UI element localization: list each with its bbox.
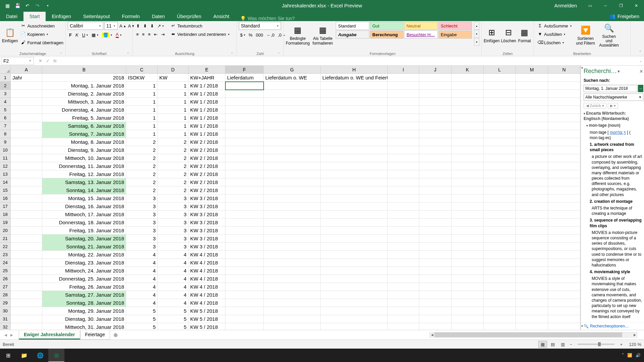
cell[interactable] [516,210,548,219]
cell[interactable] [225,186,264,194]
row-header[interactable]: 17 [0,202,11,210]
cell[interactable] [516,74,548,82]
cell[interactable] [388,275,419,283]
conditional-format-button[interactable]: ▦Bedingte Formatierung [286,22,310,49]
cell[interactable]: 4 [158,275,189,283]
cell[interactable]: 1 [126,106,158,114]
research-dict-header[interactable]: Encarta Wörterbuch: Englisch (Nordamerik… [584,110,643,122]
cell[interactable]: 5 [126,323,158,330]
cell[interactable]: Sonntag, 28. Januar 2018 [42,299,126,307]
cell[interactable] [11,315,42,323]
cell[interactable] [11,202,42,210]
align-middle-button[interactable]: ⬍ [142,22,148,30]
cell[interactable] [321,283,388,291]
cell[interactable] [388,162,419,170]
research-search-input[interactable] [584,85,637,92]
thousands-format-button[interactable]: 000 [255,31,265,39]
autosum-button[interactable]: ΣAutoSumme▾ [536,22,573,30]
cell[interactable] [225,138,264,146]
sheet-tab[interactable]: Feiertage [80,330,110,340]
expand-formula-bar[interactable]: ⌄ [637,59,644,63]
cell[interactable] [264,146,321,154]
cell[interactable] [225,90,264,98]
cell-style-standard[interactable]: Standard [336,22,369,30]
cell[interactable]: Freitag, 5. Januar 2018 [42,114,126,122]
row-header[interactable]: 1 [0,74,11,82]
cell[interactable] [516,243,548,251]
format-cells-button[interactable]: ▦Format [518,22,532,49]
cell[interactable]: 2 [126,170,158,178]
cell[interactable] [264,162,321,170]
cell[interactable]: 4 [158,251,189,259]
cell[interactable] [548,235,580,243]
cell[interactable] [548,267,580,275]
cell[interactable] [225,291,264,299]
cell[interactable]: Donnerstag, 4. Januar 2018 [42,106,126,114]
cell[interactable] [225,283,264,291]
cell[interactable] [419,186,451,194]
column-header-G[interactable]: G [264,66,321,74]
cell[interactable] [264,299,321,307]
ribbon-tab-ansicht[interactable]: Ansicht [207,12,235,21]
cell[interactable] [264,251,321,259]
style-gallery-more[interactable]: ▾ [474,38,479,46]
cell[interactable]: Samstag, 27. Januar 2018 [42,291,126,299]
cell[interactable] [264,170,321,178]
cell[interactable] [516,299,548,307]
cell[interactable] [419,90,451,98]
cell[interactable]: 4 [126,299,158,307]
row-header[interactable]: 21 [0,235,11,243]
cell[interactable] [516,178,548,186]
cell[interactable]: KW 3 / 2018 [189,219,225,227]
cell[interactable] [388,267,419,275]
cell[interactable]: 4 [158,267,189,275]
cell[interactable]: KW 2 / 2018 [189,186,225,194]
cell[interactable] [225,210,264,219]
cell[interactable] [484,146,516,154]
cell[interactable] [388,259,419,267]
cell[interactable] [388,194,419,202]
format-painter-button[interactable]: 🖌Format übertragen [19,39,65,47]
cell-style-berechnung[interactable]: Berechnung [370,31,404,39]
cell[interactable] [225,98,264,106]
cell[interactable] [451,323,484,330]
launcher-icon[interactable]: ⌐ [278,51,282,55]
research-go-button[interactable]: → [638,85,643,92]
cell[interactable]: 1 [158,130,189,138]
cell[interactable] [225,235,264,243]
cell[interactable] [516,154,548,162]
cell[interactable]: 5 [158,307,189,315]
ribbon-tab-seitenlayout[interactable]: Seitenlayout [77,12,116,21]
cell[interactable] [451,162,484,170]
cell[interactable] [451,170,484,178]
column-header-A[interactable]: A [11,66,42,74]
cell[interactable] [484,82,516,90]
cell[interactable] [321,323,388,330]
cell[interactable] [11,243,42,251]
cell[interactable]: 3 [158,202,189,210]
cell[interactable] [484,90,516,98]
cell[interactable] [451,186,484,194]
cell[interactable]: 1 [158,114,189,122]
cell[interactable]: 1 [126,90,158,98]
cell[interactable]: Samstag, 6. Januar 2018 [42,122,126,130]
cell[interactable]: Montag, 1. Januar 2018 [42,82,126,90]
row-header[interactable]: 30 [0,307,11,315]
cell[interactable] [419,251,451,259]
cell[interactable]: ISOKW [126,74,158,82]
cell[interactable] [264,235,321,243]
cell[interactable]: 2 [126,186,158,194]
cell[interactable] [11,227,42,235]
cell[interactable] [548,186,580,194]
row-header[interactable]: 19 [0,219,11,227]
research-options-link[interactable]: 🔍Rechercheoptionen… [581,322,644,330]
pane-close-button[interactable]: ✕ [639,69,643,74]
cell[interactable] [321,315,388,323]
cell[interactable] [11,146,42,154]
cell[interactable] [419,194,451,202]
cell[interactable] [548,323,580,330]
cell[interactable] [11,162,42,170]
zoom-out-button[interactable]: − [569,342,574,347]
start-button[interactable]: ⊞ [0,349,16,362]
cell[interactable] [388,202,419,210]
